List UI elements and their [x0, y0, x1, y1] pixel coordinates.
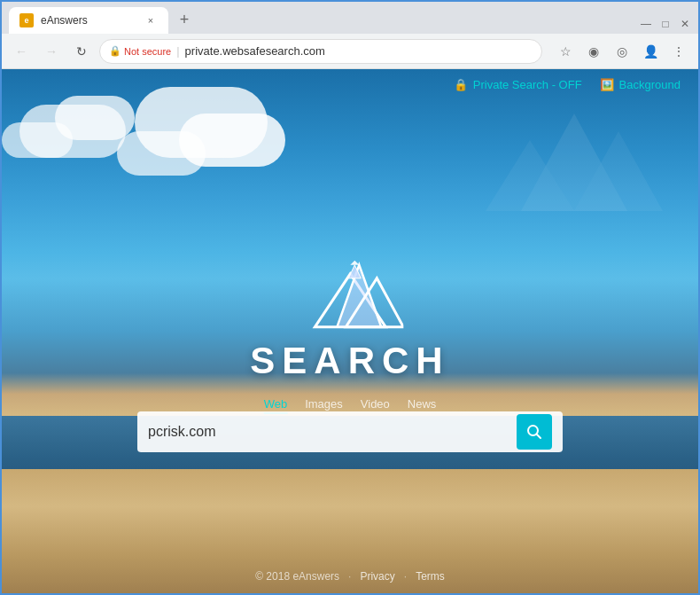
- tab-bar: e eAnswers × + — □ ✕: [2, 2, 698, 34]
- back-button[interactable]: ←: [9, 39, 34, 64]
- menu-button[interactable]: ⋮: [666, 39, 691, 64]
- private-search-toggle[interactable]: 🔒 Private Search - OFF: [454, 78, 582, 91]
- active-tab[interactable]: e eAnswers ×: [9, 7, 168, 34]
- privacy-link[interactable]: Privacy: [360, 570, 394, 583]
- cloud-6: [117, 131, 206, 176]
- close-button[interactable]: ✕: [679, 18, 691, 30]
- tab-title: eAnswers: [41, 14, 136, 27]
- bg-watermark: [477, 105, 672, 286]
- search-input-wrapper: [137, 411, 563, 452]
- page-content: 🔒 Private Search - OFF 🖼️ Background: [2, 69, 698, 593]
- url-display: private.websafesearch.com: [185, 44, 533, 58]
- security-indicator: 🔒 Not secure: [109, 45, 171, 57]
- search-icon: [526, 424, 542, 440]
- search-submit-button[interactable]: [517, 414, 552, 450]
- logo-area: SEARCH: [250, 255, 449, 381]
- extension-button-1[interactable]: ◉: [581, 39, 606, 64]
- cloud-3: [55, 96, 135, 140]
- bookmark-button[interactable]: ☆: [553, 39, 578, 64]
- search-box-area: [137, 411, 563, 452]
- copyright: © 2018 eAnswers: [255, 570, 339, 583]
- tab-favicon: e: [19, 13, 34, 27]
- tab-close-button[interactable]: ×: [144, 13, 158, 27]
- logo-icon: [297, 255, 403, 335]
- extension-button-2[interactable]: ◎: [610, 39, 634, 64]
- omnibox-bar: ← → ↻ 🔒 Not secure | private.websafesear…: [2, 34, 698, 69]
- image-icon: 🖼️: [600, 78, 614, 91]
- profile-button[interactable]: 👤: [638, 39, 663, 64]
- search-input[interactable]: [148, 424, 509, 440]
- lock-icon: 🔒: [454, 78, 468, 91]
- new-tab-button[interactable]: +: [172, 7, 197, 32]
- minimize-button[interactable]: —: [640, 18, 652, 30]
- page-footer: © 2018 eAnswers · Privacy · Terms: [2, 570, 698, 583]
- window-controls: — □ ✕: [640, 18, 691, 34]
- page-top-bar: 🔒 Private Search - OFF 🖼️ Background: [436, 69, 698, 100]
- browser-frame: e eAnswers × + — □ ✕ ← → ↻ 🔒 Not secure …: [0, 0, 700, 595]
- background-button[interactable]: 🖼️ Background: [600, 78, 681, 91]
- maximize-button[interactable]: □: [659, 18, 672, 30]
- lock-icon: 🔒: [109, 45, 121, 57]
- refresh-button[interactable]: ↻: [69, 39, 94, 64]
- svg-line-9: [537, 434, 541, 438]
- toolbar-actions: ☆ ◉ ◎ 👤 ⋮: [553, 39, 691, 64]
- forward-button[interactable]: →: [39, 39, 64, 64]
- address-bar[interactable]: 🔒 Not secure | private.websafesearch.com: [99, 39, 542, 64]
- terms-link[interactable]: Terms: [416, 570, 445, 583]
- logo-text: SEARCH: [250, 339, 449, 381]
